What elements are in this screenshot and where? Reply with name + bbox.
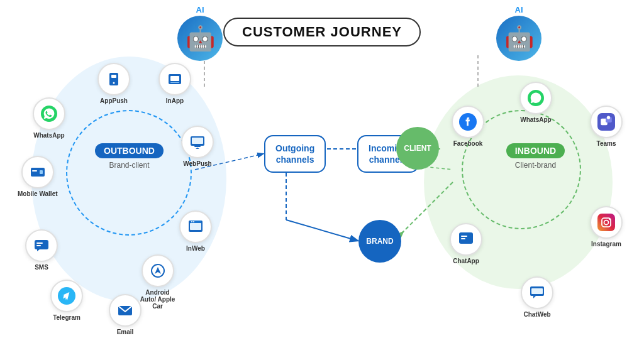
svg-marker-25 [155, 267, 161, 274]
svg-rect-36 [597, 214, 615, 231]
outbound-badge: OUTBOUND [95, 143, 164, 158]
telegram-icon [50, 280, 83, 312]
apppush-icon [97, 63, 130, 95]
teams-label: Teams [597, 140, 616, 147]
node-androidauto: Android Auto/ Apple Car [137, 254, 178, 310]
client-label: CLIENT [404, 144, 431, 153]
svg-marker-13 [196, 148, 199, 149]
brand-label: BRAND [366, 237, 393, 246]
node-inapp: InApp [158, 63, 191, 104]
outgoing-channels-box: Outgoingchannels [264, 135, 326, 173]
ai-label-right: AI [515, 5, 523, 14]
inbound-badge: INBOUND [506, 143, 565, 158]
whatsapp-out-label: WhatsApp [33, 132, 64, 139]
node-chatapp: ChatApp [450, 223, 482, 264]
svg-rect-35 [461, 238, 465, 239]
outbound-center: OUTBOUND Brand-client [80, 143, 178, 170]
svg-rect-14 [35, 240, 48, 249]
whatsapp-in-label: WhatsApp [520, 116, 551, 123]
email-label: Email [117, 329, 134, 335]
chatapp-icon [450, 223, 482, 256]
svg-rect-8 [40, 170, 43, 174]
webpush-icon [181, 126, 214, 158]
svg-rect-5 [170, 76, 179, 81]
webpush-label: WebPush [183, 160, 211, 167]
svg-point-22 [193, 221, 194, 222]
svg-rect-11 [192, 138, 203, 144]
svg-rect-19 [190, 223, 201, 230]
svg-rect-33 [459, 232, 473, 244]
svg-marker-42 [533, 296, 536, 298]
node-facebook: Facebook [452, 106, 484, 147]
node-apppush: AppPush [97, 63, 130, 104]
outbound-orbit [66, 110, 192, 236]
node-whatsapp-out: WhatsApp [33, 97, 65, 139]
svg-rect-2 [111, 75, 116, 78]
svg-point-3 [113, 82, 115, 84]
sms-label: SMS [35, 264, 48, 271]
androidauto-label: Android Auto/ Apple Car [137, 289, 178, 310]
inbound-sublabel: Client-brand [515, 161, 556, 170]
svg-marker-17 [37, 249, 40, 251]
svg-rect-12 [194, 146, 201, 147]
chatweb-label: ChatWeb [523, 311, 550, 318]
svg-point-32 [607, 116, 610, 119]
node-teams: Teams [590, 106, 623, 147]
page-title: CUSTOMER JOURNEY [223, 18, 421, 46]
ai-label-left: AI [196, 5, 204, 14]
ai-avatar-left: 🤖 [177, 16, 223, 61]
inweb-label: InWeb [186, 245, 205, 252]
whatsapp-out-icon [33, 97, 65, 130]
svg-rect-15 [36, 242, 43, 244]
whatsapp-in-icon [519, 82, 552, 114]
svg-rect-6 [170, 82, 179, 83]
brand-circle: BRAND [358, 220, 401, 263]
chatweb-icon [521, 276, 553, 309]
outgoing-label: Outgoingchannels [275, 143, 314, 165]
client-circle: CLIENT [396, 127, 439, 170]
teams-icon [590, 106, 623, 138]
mobilewallet-icon [21, 156, 54, 188]
telegram-label: Telegram [53, 314, 80, 321]
node-chatweb: ChatWeb [521, 276, 553, 318]
node-webpush: WebPush [181, 126, 214, 167]
outbound-sublabel: Brand-client [109, 161, 149, 170]
node-sms: SMS [25, 229, 58, 271]
node-whatsapp-in: WhatsApp [519, 82, 552, 123]
node-email: Email [109, 294, 142, 335]
node-telegram: Telegram [50, 280, 83, 321]
apppush-label: AppPush [100, 97, 128, 104]
inweb-icon [179, 210, 212, 243]
node-mobilewallet: Mobile Wallet [18, 156, 58, 197]
instagram-label: Instagram [591, 241, 621, 248]
sms-icon [25, 229, 58, 262]
node-inweb: InWeb [179, 210, 212, 252]
ai-avatar-right: 🤖 [496, 16, 541, 61]
facebook-icon [452, 106, 484, 138]
inbound-center: INBOUND Client-brand [487, 143, 584, 170]
svg-rect-41 [531, 288, 543, 294]
mobilewallet-label: Mobile Wallet [18, 190, 58, 197]
inapp-label: InApp [166, 97, 184, 104]
svg-rect-9 [32, 170, 37, 172]
svg-point-39 [609, 218, 611, 220]
chatapp-label: ChatApp [453, 258, 479, 264]
ai-robot-right: AI 🤖 [496, 5, 541, 61]
ai-robot-left: AI 🤖 [177, 5, 223, 61]
svg-point-21 [191, 221, 192, 222]
facebook-label: Facebook [453, 140, 483, 147]
inapp-icon [158, 63, 191, 95]
instagram-icon [590, 206, 623, 239]
androidauto-icon [142, 254, 174, 287]
svg-line-50 [286, 220, 357, 241]
email-icon [109, 294, 142, 327]
svg-rect-16 [36, 245, 41, 246]
node-instagram: Instagram [590, 206, 623, 248]
svg-rect-34 [461, 236, 467, 237]
